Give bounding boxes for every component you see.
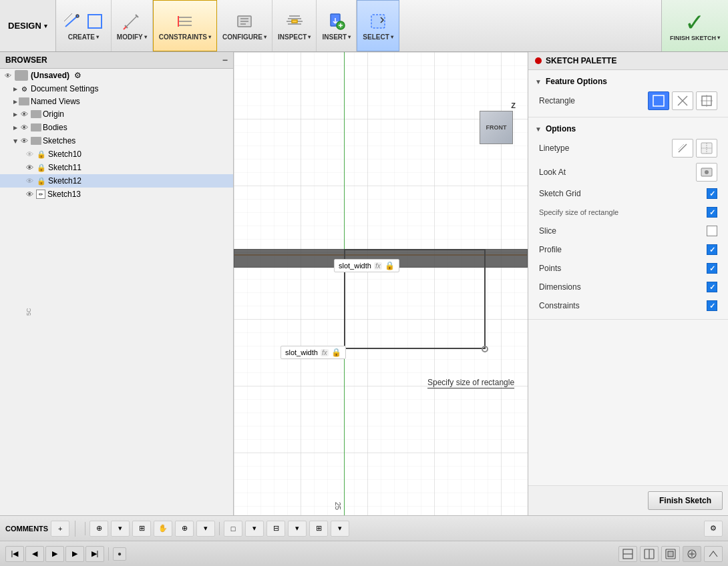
sketch-icon-3[interactable] bbox=[661, 546, 680, 562]
rect-filled-button[interactable] bbox=[648, 91, 669, 110]
finish-sketch-palette-button[interactable]: Finish Sketch bbox=[648, 491, 723, 510]
points-row: Points bbox=[528, 259, 728, 278]
add-comment-button[interactable]: + bbox=[51, 521, 69, 537]
zoom-arrow-button[interactable]: ▾ bbox=[196, 521, 215, 537]
sketch13-item[interactable]: 👁 ✏ Sketch13 bbox=[0, 188, 233, 201]
play-button[interactable]: ▶ bbox=[45, 546, 64, 562]
sketch10-item[interactable]: 👁 🔒 Sketch10 bbox=[0, 148, 233, 161]
unsaved-item[interactable]: 👁 (Unsaved) ⚙ bbox=[0, 69, 233, 82]
svg-rect-31 bbox=[653, 95, 664, 106]
finish-sketch-checkmark: ✓ bbox=[685, 11, 705, 35]
navigate-arrow-button[interactable]: ▾ bbox=[111, 521, 130, 537]
rect-center-button[interactable] bbox=[696, 91, 717, 110]
sketch13-icon: ✏ bbox=[36, 190, 45, 199]
eye-icon-6[interactable]: 👁 bbox=[24, 162, 35, 173]
dimensions-checkbox[interactable] bbox=[707, 282, 717, 292]
slice-checkbox[interactable] bbox=[707, 226, 717, 236]
eye-icon-5[interactable]: 👁 bbox=[24, 149, 35, 160]
settings-button[interactable]: ⚙ bbox=[704, 521, 723, 537]
svg-point-41 bbox=[705, 170, 709, 174]
main-toolbar: DESIGN ▾ CREATE ▾ bbox=[0, 0, 728, 52]
grid-arrow-button[interactable]: ▾ bbox=[288, 521, 307, 537]
modify-group[interactable]: MODIFY ▾ bbox=[112, 0, 153, 51]
doc-settings-item[interactable]: ▶ ⚙ Document Settings bbox=[0, 82, 233, 95]
create-icon-2 bbox=[84, 11, 106, 32]
points-checkbox[interactable] bbox=[707, 263, 717, 274]
svg-line-4 bbox=[126, 16, 137, 27]
dim-label-1: slot_width fx 🔒 bbox=[334, 259, 399, 272]
sketch11-item[interactable]: 👁 🔒 Sketch11 bbox=[0, 161, 233, 174]
view-cube[interactable]: FRONT Z bbox=[480, 111, 520, 151]
expand-triangle-5: ▶ bbox=[13, 139, 19, 143]
slice-row: Slice bbox=[528, 222, 728, 240]
gear-icon: ⚙ bbox=[19, 83, 29, 94]
eye-icon-4[interactable]: 👁 bbox=[19, 135, 29, 146]
browser-collapse-button[interactable]: − bbox=[222, 55, 228, 65]
record-button[interactable]: ● bbox=[113, 547, 126, 561]
linetype-normal-button[interactable] bbox=[672, 139, 693, 158]
next-frame-button[interactable]: ▶ bbox=[65, 546, 84, 562]
bodies-item[interactable]: ▶ 👁 Bodies bbox=[0, 121, 233, 134]
finish-sketch-button[interactable]: ✓ FINISH SKETCH ▾ bbox=[661, 0, 728, 51]
rect-diagonal-button[interactable] bbox=[672, 91, 693, 110]
layout-arrow-button[interactable]: ▾ bbox=[331, 521, 349, 537]
view-cube-face: FRONT Z bbox=[480, 111, 513, 144]
sketch-icon-5[interactable] bbox=[704, 546, 723, 562]
eye-icon-2[interactable]: 👁 bbox=[19, 109, 29, 119]
grid-icon: ⊟ bbox=[273, 524, 279, 533]
origin-item[interactable]: ▶ 👁 Origin bbox=[0, 107, 233, 121]
sketch-icon-1[interactable] bbox=[618, 546, 637, 562]
insert-group[interactable]: INSERT ▾ bbox=[317, 0, 357, 51]
eye-icon-8[interactable]: 👁 bbox=[24, 189, 35, 200]
feature-options-section: ▼ Feature Options Rectangle bbox=[528, 70, 728, 117]
play-controls: |◀ ◀ ▶ ▶ ▶| bbox=[5, 546, 104, 562]
design-button[interactable]: DESIGN ▾ bbox=[0, 0, 56, 51]
display-arrow-button[interactable]: ▾ bbox=[245, 521, 264, 537]
display-mode-button[interactable]: □ bbox=[224, 521, 242, 537]
main-layout: BROWSER − 👁 (Unsaved) ⚙ ▶ ⚙ Document Set… bbox=[0, 52, 728, 515]
sketch10-label: Sketch10 bbox=[48, 150, 81, 159]
eye-icon-3[interactable]: 👁 bbox=[19, 122, 29, 133]
fit-button[interactable]: ⊞ bbox=[132, 521, 151, 537]
linetype-construction-button[interactable] bbox=[696, 139, 717, 158]
options-header[interactable]: ▼ Options bbox=[528, 121, 728, 136]
sketch12-item[interactable]: 👁 🔒 Sketch12 bbox=[0, 174, 233, 188]
record-icon: ● bbox=[118, 550, 122, 557]
insert-icons bbox=[326, 11, 347, 32]
comments-label: COMMENTS bbox=[5, 525, 48, 533]
settings-icon[interactable]: ⚙ bbox=[72, 70, 83, 81]
grid-button[interactable]: ⊟ bbox=[266, 521, 285, 537]
configure-group[interactable]: CONFIGURE ▾ bbox=[217, 0, 272, 51]
configure-icon bbox=[234, 11, 255, 32]
create-arrow: ▾ bbox=[96, 34, 99, 40]
named-views-item[interactable]: ▶ Named Views bbox=[0, 95, 233, 107]
prev-frame-button[interactable]: ◀ bbox=[25, 546, 44, 562]
inspect-group[interactable]: INSPECT ▾ bbox=[272, 0, 317, 51]
last-frame-button[interactable]: ▶| bbox=[85, 546, 104, 562]
create-label: CREATE ▾ bbox=[68, 33, 99, 41]
zoom-button[interactable]: ⊕ bbox=[175, 521, 194, 537]
layout-button[interactable]: ⊞ bbox=[309, 521, 328, 537]
sketch-grid-checkbox[interactable] bbox=[707, 188, 717, 199]
pan-button[interactable]: ✋ bbox=[154, 521, 172, 537]
sketch-icon-4[interactable] bbox=[683, 546, 701, 562]
sketch-icon-2[interactable] bbox=[640, 546, 659, 562]
create-group[interactable]: CREATE ▾ bbox=[56, 0, 112, 51]
constraints-group[interactable]: CONSTRAINTS ▾ bbox=[153, 0, 217, 51]
first-frame-button[interactable]: |◀ bbox=[5, 546, 24, 562]
select-label: SELECT ▾ bbox=[363, 33, 393, 41]
navigate-button[interactable]: ⊕ bbox=[89, 521, 108, 537]
select-group[interactable]: SELECT ▾ bbox=[357, 0, 399, 51]
specify-rect-label: Specify size of rectangle bbox=[427, 378, 514, 388]
svg-rect-3 bbox=[88, 15, 102, 28]
fx-icon-1: fx bbox=[374, 262, 382, 270]
sketch11-label: Sketch11 bbox=[48, 163, 81, 172]
cursor bbox=[482, 346, 488, 352]
look-at-button[interactable] bbox=[696, 163, 717, 182]
specify-size-checkbox[interactable] bbox=[707, 207, 717, 218]
eye-icon-7[interactable]: 👁 bbox=[24, 176, 35, 186]
feature-options-header[interactable]: ▼ Feature Options bbox=[528, 74, 728, 89]
constraints-checkbox[interactable] bbox=[707, 300, 717, 311]
profile-checkbox[interactable] bbox=[707, 244, 717, 255]
sketches-item[interactable]: ▶ 👁 Sketches bbox=[0, 134, 233, 148]
